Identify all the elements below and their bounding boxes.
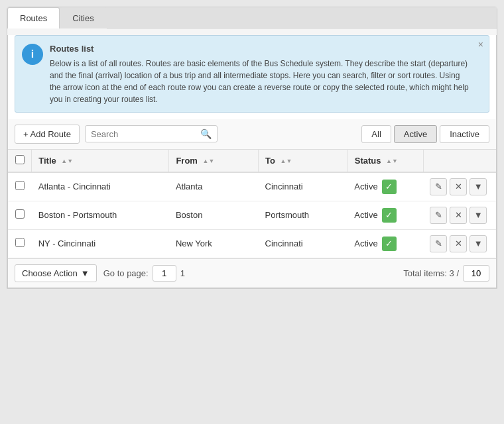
info-close-button[interactable]: × (478, 40, 483, 49)
toolbar: + Add Route 🔍 All Active Inactive (8, 119, 496, 150)
row-title-0: Atlanta - Cincinnati (32, 172, 169, 201)
add-route-button[interactable]: + Add Route (15, 125, 80, 144)
copy-button-0[interactable]: ▼ (470, 178, 487, 195)
row-status-2: Active ✓ (347, 229, 423, 258)
row-checkbox-cell (8, 229, 32, 258)
status-check-icon-2[interactable]: ✓ (382, 237, 397, 251)
sort-to-icon: ▲▼ (281, 158, 292, 164)
row-checkbox-0[interactable] (15, 181, 25, 190)
tab-content: i Routes list Below is a list of all rou… (7, 35, 497, 288)
app-container: Routes Cities i Routes list Below is a l… (0, 0, 504, 424)
row-to-2: Cincinnati (259, 229, 348, 258)
row-actions-1: ✎ ✕ ▼ (423, 201, 496, 229)
row-to-0: Cincinnati (259, 172, 348, 201)
table-header-row: Title ▲▼ From ▲▼ To ▲▼ Status (8, 150, 496, 172)
table-row: Atlanta - Cincinnati Atlanta Cincinnati … (8, 172, 496, 201)
routes-table: Title ▲▼ From ▲▼ To ▲▼ Status (8, 150, 496, 258)
row-from-0: Atlanta (169, 172, 259, 201)
table-footer: Choose Action ▼ Go to page: 1 Total item… (8, 258, 496, 288)
filter-all-button[interactable]: All (361, 125, 391, 143)
total-info: Total items: 3 / (403, 265, 489, 282)
row-actions-2: ✎ ✕ ▼ (423, 229, 496, 258)
table-row: Boston - Portsmouth Boston Portsmouth Ac… (8, 201, 496, 229)
edit-button-2[interactable]: ✎ (430, 235, 447, 252)
edit-button-0[interactable]: ✎ (430, 178, 447, 195)
search-input[interactable] (91, 129, 200, 139)
edit-button-1[interactable]: ✎ (430, 207, 447, 224)
row-status-0: Active ✓ (347, 172, 423, 201)
col-header-actions (423, 150, 496, 172)
search-box: 🔍 (85, 125, 218, 142)
row-title-1: Boston - Portsmouth (32, 201, 169, 229)
row-from-1: Boston (169, 201, 259, 229)
status-check-icon-1[interactable]: ✓ (382, 208, 397, 223)
info-text: Routes list Below is a list of all route… (50, 42, 469, 105)
info-body: Below is a list of all routes. Routes ar… (50, 59, 469, 104)
sort-title-icon: ▲▼ (61, 158, 73, 164)
select-all-header[interactable] (8, 150, 32, 172)
page-input[interactable] (153, 265, 176, 282)
goto-page: Go to page: 1 (103, 265, 185, 282)
copy-button-1[interactable]: ▼ (470, 207, 487, 224)
sort-status-icon: ▲▼ (386, 158, 398, 164)
page-total: 1 (180, 268, 185, 278)
tabs-header: Routes Cities (7, 7, 497, 28)
row-actions-0: ✎ ✕ ▼ (423, 172, 496, 201)
table-row: NY - Cincinnati New York Cincinnati Acti… (8, 229, 496, 258)
col-header-title[interactable]: Title ▲▼ (32, 150, 169, 172)
col-header-from[interactable]: From ▲▼ (169, 150, 259, 172)
delete-button-1[interactable]: ✕ (450, 207, 467, 224)
filter-buttons: All Active Inactive (361, 125, 489, 143)
row-checkbox-cell (8, 172, 32, 201)
col-header-status[interactable]: Status ▲▼ (347, 150, 423, 172)
row-from-2: New York (169, 229, 259, 258)
status-check-icon-0[interactable]: ✓ (382, 180, 397, 194)
dropdown-arrow-icon: ▼ (81, 268, 90, 278)
row-checkbox-2[interactable] (15, 238, 25, 247)
info-icon: i (22, 44, 43, 65)
delete-button-0[interactable]: ✕ (450, 178, 467, 195)
goto-label: Go to page: (103, 268, 149, 278)
select-all-checkbox[interactable] (15, 155, 25, 164)
filter-inactive-button[interactable]: Inactive (440, 125, 489, 143)
col-header-to[interactable]: To ▲▼ (259, 150, 348, 172)
choose-action-button[interactable]: Choose Action ▼ (15, 264, 97, 282)
info-title: Routes list (50, 42, 469, 56)
delete-button-2[interactable]: ✕ (450, 235, 467, 252)
row-status-1: Active ✓ (347, 201, 423, 229)
search-icon: 🔍 (200, 129, 212, 139)
info-box: i Routes list Below is a list of all rou… (15, 35, 489, 113)
total-items-label: Total items: 3 / (403, 268, 459, 278)
row-title-2: NY - Cincinnati (32, 229, 169, 258)
tab-cities[interactable]: Cities (60, 7, 107, 28)
copy-button-2[interactable]: ▼ (470, 235, 487, 252)
per-page-input[interactable] (463, 265, 489, 282)
sort-from-icon: ▲▼ (203, 158, 215, 164)
tab-routes[interactable]: Routes (7, 7, 60, 28)
row-checkbox-cell (8, 201, 32, 229)
row-checkbox-1[interactable] (15, 209, 25, 219)
tabs-container: Routes Cities i Routes list Below is a l… (7, 7, 497, 289)
row-to-1: Portsmouth (259, 201, 348, 229)
filter-active-button[interactable]: Active (394, 125, 437, 143)
